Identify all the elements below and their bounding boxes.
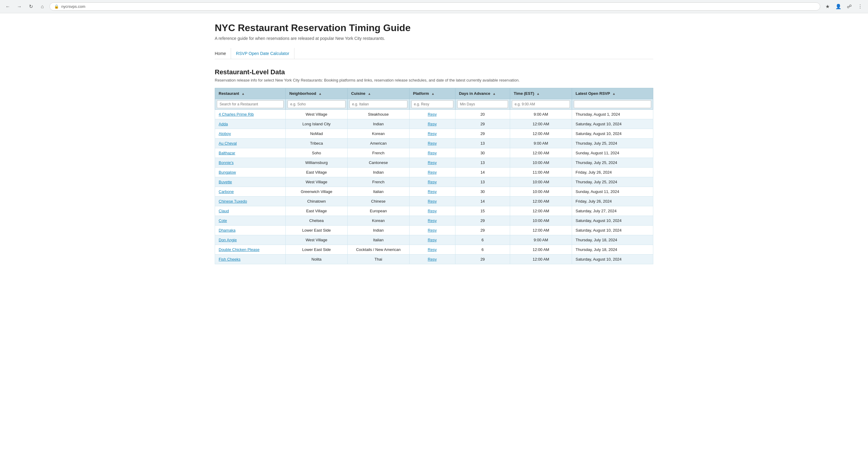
table-cell: 10:00 AM	[510, 177, 572, 187]
table-cell[interactable]: Adda	[215, 119, 286, 129]
col-header-time[interactable]: Time (EST) ▲	[510, 88, 572, 99]
table-cell[interactable]: Balthazar	[215, 148, 286, 158]
home-button[interactable]: ⌂	[38, 2, 46, 11]
section-title: Restaurant-Level Data	[215, 68, 653, 76]
table-cell[interactable]: Resy	[409, 177, 455, 187]
url-text: nycrsvps.com	[61, 4, 85, 9]
table-cell: Thai	[347, 254, 409, 264]
table-row: Don AngieWest VillageItalianResy69:00 AM…	[215, 235, 653, 245]
table-cell[interactable]: Resy	[409, 148, 455, 158]
page-content: NYC Restaurant Reservation Timing Guide …	[208, 13, 660, 282]
table-cell[interactable]: Resy	[409, 225, 455, 235]
table-cell[interactable]: Fish Cheeks	[215, 254, 286, 264]
table-row: Double Chicken PleaseLower East SideCock…	[215, 245, 653, 254]
table-cell[interactable]: Resy	[409, 235, 455, 245]
table-cell[interactable]: Resy	[409, 119, 455, 129]
table-cell[interactable]: Dhamaka	[215, 225, 286, 235]
table-cell: 12:00 AM	[510, 254, 572, 264]
table-cell: Italian	[347, 235, 409, 245]
back-button[interactable]: ←	[4, 2, 12, 11]
browser-toolbar: ★ 👤 ☍ ⋮	[823, 2, 864, 11]
table-cell: Friday, July 26, 2024	[572, 196, 653, 206]
table-cell[interactable]: Carbone	[215, 187, 286, 196]
col-header-days[interactable]: Days in Advance ▲	[455, 88, 510, 99]
address-bar[interactable]: 🔒 nycrsvps.com	[50, 2, 820, 10]
table-cell: Italian	[347, 187, 409, 196]
table-cell: 29	[455, 216, 510, 225]
table-cell: Long Island City	[286, 119, 348, 129]
table-cell: West Village	[286, 177, 348, 187]
table-cell: French	[347, 177, 409, 187]
table-cell[interactable]: Au Cheval	[215, 139, 286, 148]
table-row: AddaLong Island CityIndianResy2912:00 AM…	[215, 119, 653, 129]
table-cell[interactable]: Resy	[409, 168, 455, 177]
table-cell[interactable]: Resy	[409, 245, 455, 254]
table-cell: Saturday, August 10, 2024	[572, 129, 653, 139]
forward-button[interactable]: →	[15, 2, 24, 11]
table-cell[interactable]: Resy	[409, 158, 455, 168]
table-cell: Thursday, July 25, 2024	[572, 139, 653, 148]
table-row: Chinese TuxedoChinatownChineseResy1412:0…	[215, 196, 653, 206]
table-cell: 13	[455, 158, 510, 168]
filter-neighborhood[interactable]	[287, 100, 345, 108]
filter-restaurant[interactable]	[217, 100, 284, 108]
table-cell: American	[347, 139, 409, 148]
table-cell[interactable]: Claud	[215, 206, 286, 216]
table-cell[interactable]: Resy	[409, 206, 455, 216]
nav-home[interactable]: Home	[215, 48, 231, 59]
table-cell: Indian	[347, 225, 409, 235]
col-header-platform[interactable]: Platform ▲	[409, 88, 455, 99]
col-header-restaurant[interactable]: Restaurant ▲	[215, 88, 286, 99]
table-cell: 12:00 AM	[510, 206, 572, 216]
table-cell: Greenwich Village	[286, 187, 348, 196]
filter-cuisine[interactable]	[349, 100, 407, 108]
table-cell: Cocktails / New American	[347, 245, 409, 254]
table-row: BungalowEast VillageIndianResy1411:00 AM…	[215, 168, 653, 177]
filter-platform[interactable]	[411, 100, 453, 108]
table-cell[interactable]: Don Angie	[215, 235, 286, 245]
extensions-button[interactable]: ☍	[845, 2, 854, 11]
refresh-button[interactable]: ↻	[27, 2, 35, 11]
section-subtitle: Reservation release info for select New …	[215, 78, 653, 83]
table-cell[interactable]: Resy	[409, 110, 455, 119]
table-body: 4 Charles Prime RibWest VillageSteakhous…	[215, 110, 653, 264]
table-cell[interactable]: Resy	[409, 216, 455, 225]
table-cell: Chinatown	[286, 196, 348, 206]
col-header-latest[interactable]: Latest Open RSVP ▲	[572, 88, 653, 99]
col-header-cuisine[interactable]: Cuisine ▲	[347, 88, 409, 99]
table-cell: Saturday, July 27, 2024	[572, 206, 653, 216]
table-cell: Lower East Side	[286, 225, 348, 235]
table-cell[interactable]: Double Chicken Please	[215, 245, 286, 254]
filter-latest[interactable]	[574, 100, 651, 108]
table-cell: Lower East Side	[286, 245, 348, 254]
table-cell: 12:00 AM	[510, 129, 572, 139]
table-cell[interactable]: Resy	[409, 254, 455, 264]
table-cell: Sunday, August 11, 2024	[572, 187, 653, 196]
bookmark-button[interactable]: ★	[823, 2, 832, 11]
table-cell[interactable]: Chinese Tuxedo	[215, 196, 286, 206]
table-cell[interactable]: Bonnie's	[215, 158, 286, 168]
table-cell[interactable]: Resy	[409, 139, 455, 148]
table-cell[interactable]: 4 Charles Prime Rib	[215, 110, 286, 119]
table-cell: East Village	[286, 206, 348, 216]
table-cell[interactable]: Bungalow	[215, 168, 286, 177]
filter-days[interactable]	[457, 100, 508, 108]
nav-calculator[interactable]: RSVP Open Date Calculator	[231, 48, 294, 59]
table-cell: Williamsburg	[286, 158, 348, 168]
table-cell[interactable]: Resy	[409, 196, 455, 206]
col-header-neighborhood[interactable]: Neighborhood ▲	[286, 88, 348, 99]
table-cell: 30	[455, 187, 510, 196]
menu-button[interactable]: ⋮	[856, 2, 864, 11]
sort-arrow-platform: ▲	[431, 92, 435, 95]
table-cell[interactable]: Atoboy	[215, 129, 286, 139]
table-cell[interactable]: Cote	[215, 216, 286, 225]
table-cell[interactable]: Resy	[409, 129, 455, 139]
table-cell: Cantonese	[347, 158, 409, 168]
page-title: NYC Restaurant Reservation Timing Guide	[215, 22, 653, 33]
profile-button[interactable]: 👤	[834, 2, 843, 11]
table-cell: 12:00 AM	[510, 119, 572, 129]
filter-time[interactable]	[512, 100, 570, 108]
table-cell[interactable]: Resy	[409, 187, 455, 196]
table-row: Bonnie'sWilliamsburgCantoneseResy1310:00…	[215, 158, 653, 168]
table-cell[interactable]: Buvette	[215, 177, 286, 187]
